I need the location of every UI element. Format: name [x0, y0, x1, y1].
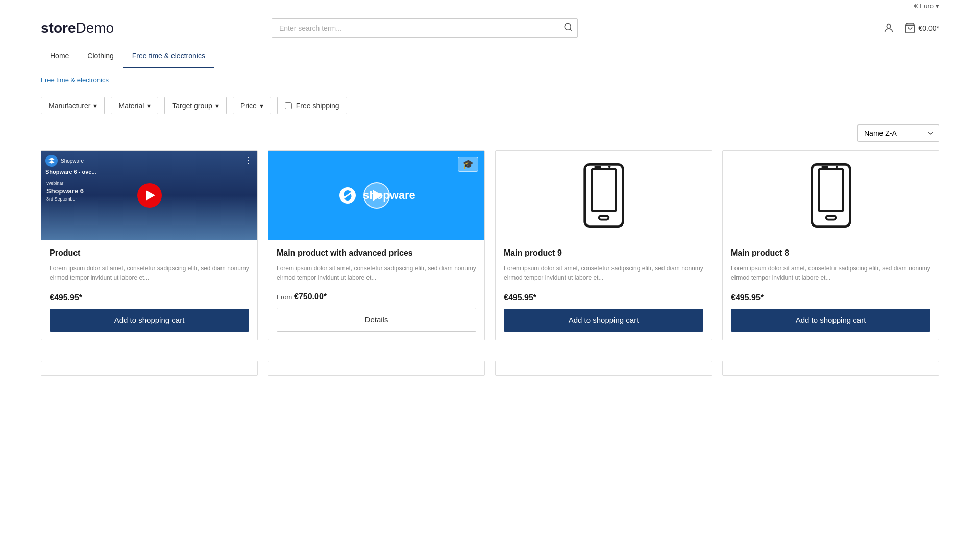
- account-link[interactable]: [883, 22, 894, 34]
- product-desc-2: Lorem ipsum dolor sit amet, consetetur s…: [277, 264, 476, 282]
- sw-play-button[interactable]: [363, 182, 390, 209]
- svg-rect-9: [812, 164, 850, 226]
- nav-item-home[interactable]: Home: [41, 44, 78, 68]
- add-to-cart-button-4[interactable]: Add to shopping cart: [731, 309, 930, 332]
- product-info-1: Product Lorem ipsum dolor sit amet, cons…: [41, 240, 257, 288]
- material-filter[interactable]: Material ▾: [111, 97, 158, 114]
- yt-channel: Shopware: [45, 155, 84, 167]
- price-chevron-icon: ▾: [260, 102, 263, 110]
- sw-badge-icon: 🎓: [462, 159, 474, 169]
- manufacturer-label: Manufacturer: [48, 102, 90, 110]
- product-price-4: €495.95*: [723, 288, 939, 305]
- product-info-2: Main product with advanced prices Lorem …: [268, 240, 484, 287]
- phone-icon-2: [800, 160, 862, 231]
- product-card-3: Main product 9 Lorem ipsum dolor sit ame…: [495, 150, 712, 340]
- sw-play-triangle-icon: [373, 190, 383, 201]
- product-desc-3: Lorem ipsum dolor sit amet, consetetur s…: [504, 264, 703, 283]
- sw-video-container: shopware 🎓: [268, 151, 484, 240]
- user-icon: [883, 22, 894, 34]
- product-name-1: Product: [50, 248, 249, 259]
- product-name-4: Main product 8: [731, 248, 930, 259]
- yt-channel-name: Shopware: [61, 158, 84, 164]
- product-card-2: shopware 🎓 Main product with advanced pr…: [268, 150, 485, 340]
- nav-item-clothing[interactable]: Clothing: [78, 44, 122, 68]
- currency-chevron-icon: ▾: [936, 2, 939, 10]
- svg-rect-10: [819, 169, 843, 211]
- breadcrumb-link[interactable]: Free time & electronics: [41, 76, 109, 84]
- logo-light: Demo: [76, 20, 114, 36]
- phone-icon: [573, 160, 634, 231]
- svg-rect-11: [826, 216, 836, 219]
- search-icon: [564, 22, 573, 32]
- yt-channel-icon: [45, 155, 58, 167]
- product-image-2[interactable]: shopware 🎓: [268, 151, 484, 240]
- header-actions: €0.00*: [883, 22, 939, 34]
- manufacturer-chevron-icon: ▾: [93, 102, 97, 110]
- yt-subtitle: Webinar Shopware 6 3rd September: [46, 180, 84, 202]
- partial-card-2: [268, 361, 485, 376]
- price-filter[interactable]: Price ▾: [233, 97, 271, 114]
- free-shipping-checkbox[interactable]: [285, 102, 292, 109]
- yt-play-triangle-icon: [146, 190, 155, 201]
- header: storeDemo €0.00*: [0, 12, 980, 44]
- nav-item-free-time[interactable]: Free time & electronics: [123, 44, 214, 68]
- product-info-3: Main product 9 Lorem ipsum dolor sit ame…: [496, 240, 712, 288]
- bottom-partial-row: [0, 361, 980, 386]
- cart-icon: [904, 22, 916, 34]
- cart-link[interactable]: €0.00*: [904, 22, 939, 34]
- sw-badge: 🎓: [458, 157, 478, 172]
- product-image-1[interactable]: Shopware Shopware 6 - ove... Webinar Sho…: [41, 151, 257, 240]
- manufacturer-filter[interactable]: Manufacturer ▾: [41, 97, 105, 114]
- breadcrumb: Free time & electronics: [0, 68, 980, 87]
- yt-title-bar: Shopware 6 - ove...: [45, 169, 253, 175]
- product-image-4: [723, 151, 939, 240]
- free-shipping-filter[interactable]: Free shipping: [277, 97, 347, 114]
- svg-rect-6: [599, 216, 608, 219]
- logo-bold: store: [41, 20, 76, 36]
- price-label: Price: [240, 102, 257, 110]
- cart-price: €0.00*: [919, 24, 939, 32]
- main-nav: Home Clothing Free time & electronics: [0, 44, 980, 68]
- product-info-4: Main product 8 Lorem ipsum dolor sit ame…: [723, 240, 939, 288]
- logo[interactable]: storeDemo: [41, 20, 114, 36]
- partial-card-3: [495, 361, 712, 376]
- currency-selector[interactable]: € Euro ▾: [914, 2, 939, 10]
- svg-point-8: [608, 165, 610, 168]
- svg-rect-5: [592, 169, 616, 211]
- product-card-1: Shopware Shopware 6 - ove... Webinar Sho…: [41, 150, 258, 340]
- svg-rect-4: [584, 164, 623, 226]
- target-group-filter[interactable]: Target group ▾: [164, 97, 227, 114]
- product-card-4: Main product 8 Lorem ipsum dolor sit ame…: [722, 150, 939, 340]
- svg-rect-7: [594, 166, 601, 168]
- sw-logo-icon: [337, 185, 358, 206]
- search-input[interactable]: [272, 18, 578, 38]
- filters-row: Manufacturer ▾ Material ▾ Target group ▾…: [0, 87, 980, 124]
- free-shipping-label: Free shipping: [296, 102, 339, 110]
- product-name-2: Main product with advanced prices: [277, 248, 476, 259]
- add-to-cart-button-3[interactable]: Add to shopping cart: [504, 309, 703, 332]
- product-price-value-1: €495.95*: [50, 293, 82, 302]
- product-price-value-2: €750.00*: [294, 292, 327, 301]
- product-desc-4: Lorem ipsum dolor sit amet, consetetur s…: [731, 264, 930, 283]
- yt-play-button[interactable]: [137, 183, 162, 208]
- product-name-3: Main product 9: [504, 248, 703, 259]
- search-button[interactable]: [564, 22, 573, 34]
- target-group-label: Target group: [172, 102, 212, 110]
- sort-select[interactable]: Name Z-A Name A-Z Price ascending Price …: [857, 124, 939, 142]
- product-price-2: From €750.00*: [268, 287, 484, 304]
- yt-video-title: Shopware 6 - ove...: [45, 169, 253, 175]
- product-price-1: €495.95*: [41, 288, 257, 305]
- product-price-value-4: €495.95*: [731, 293, 764, 302]
- product-price-3: €495.95*: [496, 288, 712, 305]
- partial-card-1: [41, 361, 258, 376]
- svg-point-0: [565, 23, 571, 30]
- sort-row: Name Z-A Name A-Z Price ascending Price …: [0, 124, 980, 150]
- product-desc-1: Lorem ipsum dolor sit amet, consetetur s…: [50, 264, 249, 283]
- product-image-3: [496, 151, 712, 240]
- yt-options-button[interactable]: ⋮: [244, 155, 253, 166]
- details-button-2[interactable]: Details: [277, 308, 476, 332]
- search-wrapper: [272, 18, 578, 38]
- add-to-cart-button-1[interactable]: Add to shopping cart: [50, 309, 249, 332]
- target-group-chevron-icon: ▾: [215, 102, 219, 110]
- product-price-value-3: €495.95*: [504, 293, 536, 302]
